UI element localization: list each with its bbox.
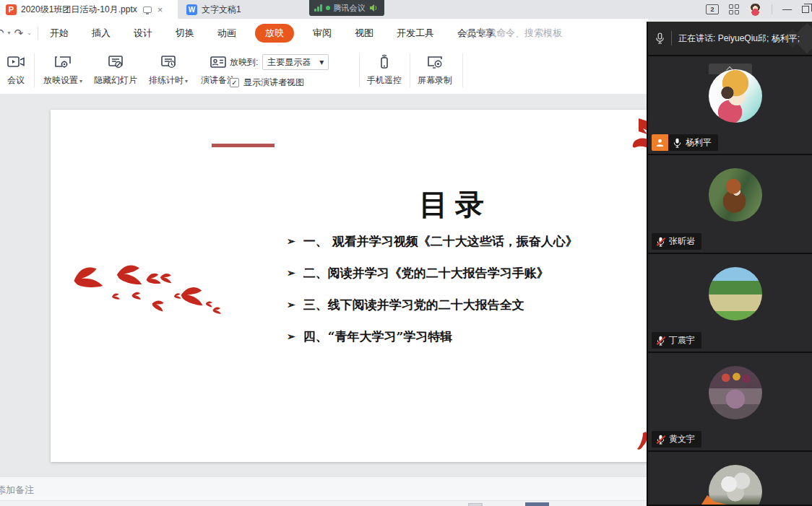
toc-list[interactable]: ➢一、 观看并学习视频《二十大这些话，振奋人心》 ➢二、阅读并学习《党的二十大报…	[287, 234, 634, 361]
name-badge: 杨利平	[668, 134, 718, 151]
search-placeholder: 查找命令、搜索模板	[478, 27, 562, 40]
menu-developer[interactable]: 开发工具	[392, 24, 439, 43]
participant-tile[interactable]: 丁震宇	[648, 254, 812, 352]
red-birds-decoration	[64, 256, 230, 328]
screen-record-button[interactable]: 屏幕录制	[413, 51, 457, 89]
command-search[interactable]: 查找命令、搜索模板	[466, 19, 562, 47]
account-avatar[interactable]	[749, 4, 761, 16]
notes-pane[interactable]: 添加备注	[0, 476, 648, 500]
participant-tile[interactable]: 杨利平	[648, 56, 812, 154]
tab-writer-doc[interactable]: W 文字文稿1	[186, 0, 241, 19]
menu-transitions[interactable]: 切换	[171, 24, 199, 43]
show-settings-button[interactable]: 放映设置▾	[38, 51, 88, 89]
statusbar-item[interactable]	[525, 502, 549, 506]
statusbar-item[interactable]	[468, 503, 483, 506]
mic-muted-icon	[656, 435, 665, 445]
menu-insert[interactable]: 插入	[87, 24, 115, 43]
toolbar-divider	[410, 53, 410, 87]
tab-writer-label: 文字文稿1	[202, 4, 241, 16]
caret-down-icon: ▾	[319, 57, 324, 67]
display-to-label: 放映到:	[230, 56, 258, 69]
arrow-bullet-icon: ➢	[287, 297, 295, 313]
slide-accent-bar	[212, 144, 275, 147]
participant-name-row: 黄文宇	[652, 431, 701, 448]
window-count-icon[interactable]: 2	[706, 4, 719, 14]
participant-avatar	[709, 366, 762, 419]
name-badge: 黄文宇	[652, 431, 701, 448]
slide-title[interactable]: 目录	[368, 185, 542, 224]
presenter-view-checkbox[interactable]: ✓	[230, 78, 239, 87]
phone-remote-icon	[375, 53, 394, 71]
status-bar	[0, 500, 648, 506]
ribbon-divider	[38, 27, 38, 40]
signal-bars-icon	[314, 4, 322, 12]
participant-name-row: 丁震宇	[652, 332, 701, 349]
menu-view[interactable]: 视图	[350, 24, 378, 43]
participant-tile[interactable]: 黄文宇	[648, 353, 812, 450]
caret-down-icon: ▾	[79, 78, 82, 84]
menu-review[interactable]: 审阅	[308, 24, 336, 43]
titlebar: P 2020级1班团日活动-10月.pptx × W 文字文稿1 腾讯会议 2 …	[0, 0, 812, 19]
wps-presentation-icon: P	[6, 4, 17, 15]
menu-row: 开始 插入 设计 切换 动画 放映 审阅 视图 开发工具 会员专享	[46, 24, 499, 43]
speaker-notes-icon	[209, 53, 228, 71]
video-camera-icon	[7, 53, 25, 71]
meeting-status-dot	[326, 6, 330, 10]
undo-caret-icon[interactable]: ▾	[8, 30, 11, 36]
arrow-bullet-icon: ➢	[287, 234, 295, 249]
menu-slideshow-active[interactable]: 放映	[255, 24, 294, 43]
caret-down-icon: ▾	[185, 78, 188, 84]
tab-presentation[interactable]: P 2020级1班团日活动-10月.pptx ×	[0, 0, 178, 19]
menu-home[interactable]: 开始	[46, 24, 73, 43]
toc-item-1: ➢一、 观看并学习视频《二十大这些话，振奋人心》	[287, 234, 634, 249]
speaker-icon	[369, 4, 378, 12]
participant-tile[interactable]: 张昕岩	[648, 155, 812, 253]
speaking-status-text: 正在讲话: PeiyueQiu邱; 杨利平;	[678, 32, 800, 45]
wps-writer-icon: W	[186, 4, 197, 15]
toolbar-divider	[359, 53, 360, 87]
name-badge: 丁震宇	[652, 332, 701, 349]
person-icon	[655, 138, 665, 147]
name-badge: 张昕岩	[652, 233, 701, 250]
header-divider	[671, 31, 672, 45]
participant-avatar	[709, 168, 762, 222]
participant-name: 张昕岩	[669, 235, 695, 248]
titlebar-divider	[772, 4, 772, 14]
toolbar-chevron-icon[interactable]: ⌄	[27, 30, 32, 36]
minimize-button[interactable]: —	[782, 6, 792, 13]
participant-name: 黄文宇	[669, 433, 695, 445]
presenting-monitor-icon	[143, 6, 152, 13]
toc-item-3: ➢三、线下阅读并学习党的二十大报告全文	[287, 297, 634, 313]
participant-avatar	[709, 69, 762, 123]
meeting-speaking-header: 正在讲话: PeiyueQiu邱; 杨利平;	[648, 22, 812, 55]
display-target-group: 放映到: 主要显示器 ▾ ✓ 显示演讲者视图	[230, 54, 329, 89]
meeting-pill-label: 腾讯会议	[334, 3, 366, 14]
menu-design[interactable]: 设计	[129, 24, 157, 43]
slideshow-toolbar: 会议 放映设置▾ 隐藏幻灯片 排练计时▾	[0, 47, 648, 94]
app-grid-icon[interactable]	[729, 4, 739, 14]
toc-item-2: ➢二、阅读并学习《党的二十大报告学习手账》	[287, 266, 634, 281]
participant-name: 丁震宇	[669, 334, 695, 346]
phone-remote-button[interactable]: 手机遥控	[362, 51, 407, 89]
participant-tile[interactable]	[648, 452, 812, 505]
menu-animations[interactable]: 动画	[213, 24, 241, 43]
titlebar-controls: 2 —	[706, 0, 809, 19]
tab-close-icon[interactable]: ×	[157, 5, 163, 14]
tencent-meeting-pill[interactable]: 腾讯会议	[309, 0, 384, 16]
display-target-value: 主要显示器	[267, 56, 311, 69]
meeting-button[interactable]: 会议	[0, 51, 32, 89]
restore-button[interactable]	[802, 6, 809, 13]
display-target-dropdown[interactable]: 主要显示器 ▾	[262, 54, 329, 70]
arrow-bullet-icon: ➢	[287, 329, 295, 344]
toc-item-4: ➢四、“青年大学习”学习特辑	[287, 329, 634, 344]
hide-slide-icon	[106, 53, 125, 71]
rehearse-timing-button[interactable]: 排练计时▾	[143, 51, 194, 89]
slide[interactable]: 目录 ➢一、 观看并学习视频《二十大这些话，振奋人心》 ➢二、阅读并学习《党的二…	[51, 110, 652, 462]
tab-presentation-label: 2020级1班团日活动-10月.pptx	[21, 4, 137, 16]
meeting-panel: 正在讲话: PeiyueQiu邱; 杨利平; 杨利平	[647, 22, 812, 506]
rehearse-clock-icon	[159, 53, 178, 71]
hide-slide-button[interactable]: 隐藏幻灯片	[90, 51, 142, 89]
undo-icon[interactable]: ↶	[0, 27, 4, 40]
slide-canvas[interactable]: 目录 ➢一、 观看并学习视频《二十大这些话，振奋人心》 ➢二、阅读并学习《党的二…	[0, 94, 648, 476]
redo-icon[interactable]: ↷	[14, 27, 24, 40]
